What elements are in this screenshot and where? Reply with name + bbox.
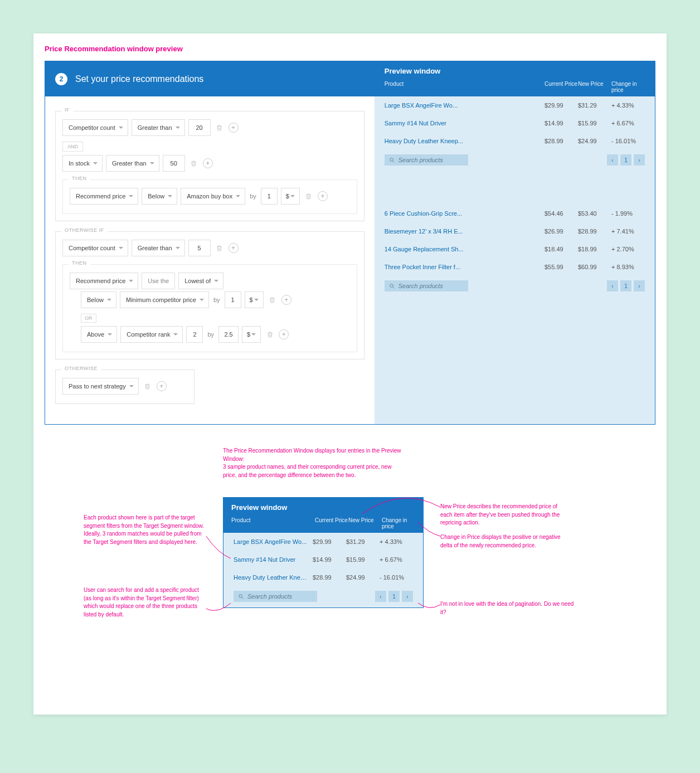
use-the-label: Use the (142, 273, 175, 289)
page-number[interactable]: 1 (620, 154, 631, 166)
pagination: ‹ 1 › (375, 591, 413, 602)
search-placeholder: Search products (398, 283, 443, 289)
product-link[interactable]: 14 Gauge Replacement Sh... (385, 246, 545, 252)
then-block: THEN Recommend price Use the Lowest of B… (62, 264, 357, 352)
product-link[interactable]: Sammy #14 Nut Driver (234, 556, 313, 563)
amount-input[interactable] (225, 291, 241, 308)
direction-select[interactable]: Below (142, 188, 177, 205)
rank-input[interactable] (186, 326, 203, 343)
otherwise-block: OTHERWISE Pass to next strategy + (55, 370, 195, 404)
preview-row: Large BSX AngelFire Wo...$29.99$31.29+ 4… (223, 533, 423, 551)
otherwise-if-block: OTHERWISE IF Competitor count Greater th… (55, 231, 364, 359)
page-number[interactable]: 1 (620, 280, 631, 291)
page-number[interactable]: 1 (388, 591, 400, 602)
unit-select[interactable]: $ (245, 291, 264, 308)
next-page-button[interactable]: › (634, 280, 645, 291)
field-select[interactable]: In stock (62, 155, 103, 172)
reference-select[interactable]: Competitor rank (120, 326, 183, 343)
preview-footer: Search products ‹ 1 › (375, 150, 655, 171)
change-in-price: - 16.01% (380, 574, 413, 581)
product-link[interactable]: Heavy Duty Leather Kneep... (234, 574, 313, 581)
next-page-button[interactable]: › (402, 591, 413, 602)
prev-page-button[interactable]: ‹ (375, 591, 386, 602)
unit-select[interactable]: $ (242, 326, 261, 343)
value-input[interactable] (163, 155, 185, 172)
and-pill: AND (62, 142, 83, 152)
mini-preview-body: Large BSX AngelFire Wo...$29.99$31.29+ 4… (223, 533, 423, 607)
plus-icon[interactable]: + (281, 295, 291, 305)
current-price: $28.99 (313, 574, 346, 581)
svg-point-2 (239, 594, 242, 597)
prev-page-button[interactable]: ‹ (607, 280, 618, 291)
direction-select[interactable]: Above (81, 326, 117, 343)
preview-row: 14 Gauge Replacement Sh...$18.49$18.99+ … (375, 240, 655, 258)
search-icon (389, 283, 395, 289)
product-link[interactable]: Heavy Duty Leather Kneep... (385, 138, 545, 144)
search-input[interactable]: Search products (385, 280, 468, 291)
current-price: $18.49 (545, 246, 578, 252)
trash-icon[interactable] (264, 329, 275, 340)
preview-pane: Large BSX AngelFire Wo...$29.99$31.29+ 4… (375, 96, 655, 424)
product-link[interactable]: Sammy #14 Nut Driver (385, 120, 545, 127)
annotation-intro: The Price Recommendation Window displays… (223, 447, 401, 479)
trash-icon[interactable] (303, 191, 314, 202)
unit-select[interactable]: $ (281, 188, 300, 205)
value-input[interactable] (188, 119, 211, 136)
preview-row: Sammy #14 Nut Driver$14.99$15.99+ 6.67% (375, 114, 655, 132)
field-select[interactable]: Competitor count (62, 119, 128, 136)
amount-input[interactable] (261, 188, 278, 205)
operator-select[interactable]: Greater than (132, 119, 185, 136)
direction-select[interactable]: Below (81, 291, 116, 308)
preview-window-heading: Preview window (385, 67, 645, 75)
preview-row: 6 Piece Cushion-Grip Scre...$54.46$53.40… (375, 205, 655, 222)
product-link[interactable]: Biesemeyer 12' x 3/4 RH E... (385, 228, 545, 235)
preview-row: Heavy Duty Leather Kneep...$28.99$24.99-… (223, 568, 423, 586)
change-in-price: + 6.67% (380, 556, 413, 563)
plus-icon[interactable]: + (318, 191, 328, 201)
action-select[interactable]: Recommend price (70, 188, 138, 205)
operator-select[interactable]: Greater than (132, 240, 185, 256)
strategy-panel: 2 Set your price recommendations Preview… (45, 61, 655, 425)
plus-icon[interactable]: + (157, 381, 167, 391)
annotation-section: The Price Recommendation Window displays… (67, 480, 633, 692)
preview-footer: Search products ‹ 1 › (375, 276, 655, 297)
change-in-price: + 6.67% (611, 120, 645, 127)
fallback-select[interactable]: Pass to next strategy (62, 378, 139, 395)
plus-icon[interactable]: + (229, 243, 239, 253)
then-block: THEN Recommend price Below Amazon buy bo… (62, 179, 357, 214)
amount-input[interactable] (218, 326, 239, 343)
by-label: by (206, 331, 215, 338)
reference-select[interactable]: Amazon buy box (181, 188, 245, 205)
trash-icon[interactable] (214, 242, 225, 254)
search-input[interactable]: Search products (385, 154, 468, 166)
trash-icon[interactable] (267, 294, 278, 305)
next-page-button[interactable]: › (634, 154, 645, 166)
new-price: $18.99 (578, 246, 611, 252)
trash-icon[interactable] (214, 122, 225, 133)
col-header-product: Product (231, 517, 315, 529)
annotation-change: Change in Price displays the positive or… (440, 533, 563, 550)
product-link[interactable]: Large BSX AngelFire Wo... (385, 102, 545, 109)
plus-icon[interactable]: + (203, 158, 213, 168)
operator-select[interactable]: Greater than (106, 155, 159, 172)
condition-row: Competitor count Greater than + (62, 240, 357, 256)
action-select[interactable]: Recommend price (70, 273, 138, 289)
search-placeholder: Search products (247, 593, 292, 600)
panel-body: IF Competitor count Greater than + AND I… (45, 96, 655, 424)
reference-select[interactable]: Minimum competitor price (120, 291, 209, 308)
prev-page-button[interactable]: ‹ (607, 154, 618, 166)
product-link[interactable]: Large BSX AngelFire Wo... (234, 538, 313, 545)
plus-icon[interactable]: + (279, 329, 289, 339)
product-link[interactable]: Three Pocket Inner Filter f... (385, 264, 545, 270)
value-input[interactable] (188, 240, 211, 256)
trash-icon[interactable] (188, 158, 200, 169)
product-link[interactable]: 6 Piece Cushion-Grip Scre... (385, 210, 545, 217)
search-input[interactable]: Search products (234, 591, 317, 602)
aggregate-select[interactable]: Lowest of (178, 273, 223, 289)
annotation-arrow (418, 522, 446, 541)
field-select[interactable]: Competitor count (62, 240, 128, 256)
plus-icon[interactable]: + (229, 123, 239, 133)
trash-icon[interactable] (142, 381, 153, 392)
if-legend: IF (61, 107, 73, 113)
change-in-price: - 1.99% (611, 210, 645, 217)
